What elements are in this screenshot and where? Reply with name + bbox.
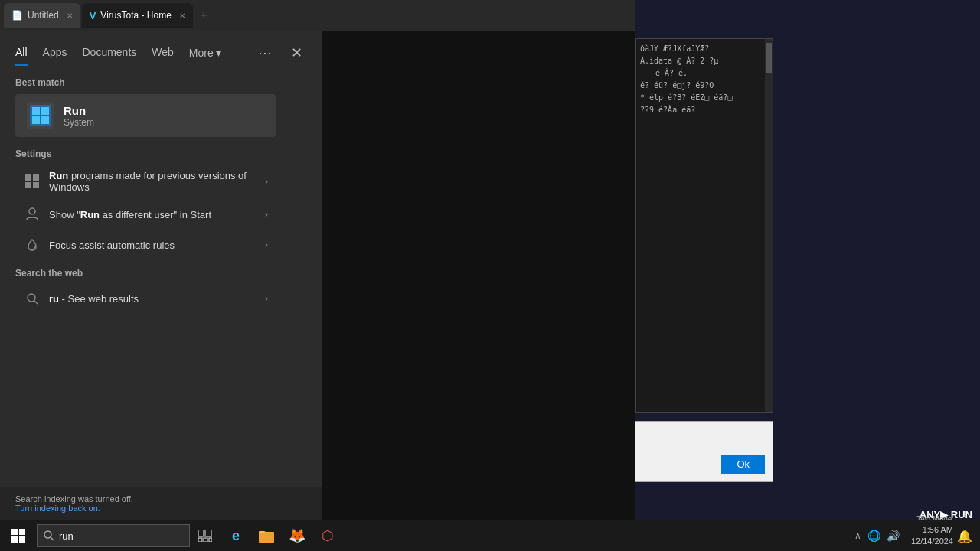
volume-icon: 🔊 — [887, 530, 900, 542]
file-explorer-button[interactable] — [251, 520, 282, 551]
svg-rect-16 — [198, 538, 202, 542]
text-line-5: é À? é. — [640, 67, 769, 80]
file-explorer-icon — [259, 529, 274, 543]
taskbar-clock[interactable]: 1:56 AM 12/14/2024 — [911, 524, 953, 548]
other-app-button[interactable]: ⬡ — [312, 520, 343, 551]
settings-item-3[interactable]: Focus assist automatic rules › — [15, 230, 276, 260]
search-popup: All Apps Documents Web More ▾ — [0, 31, 635, 520]
notification-icon[interactable]: 🔔 — [957, 529, 972, 543]
turn-indexing-link[interactable]: Turn indexing back on. — [15, 504, 306, 513]
firefox-icon: 🦊 — [289, 527, 305, 544]
search-tabs-row: All Apps Documents Web More ▾ — [0, 31, 322, 66]
run-icon-svg — [30, 105, 51, 126]
svg-rect-5 — [25, 174, 31, 181]
edge-icon-button[interactable]: e — [220, 520, 251, 551]
svg-line-11 — [34, 301, 38, 304]
svg-rect-17 — [204, 538, 207, 542]
settings-item-2[interactable]: Show "Run as different user" in Start › — [15, 199, 276, 230]
tab-apps[interactable]: Apps — [43, 40, 67, 66]
taskbar: e 🦊 ⬡ ∧ 🌐 🔊 1:56 AM — [0, 520, 980, 551]
taskbar-search-container — [37, 524, 190, 547]
best-match-subtitle: System — [64, 117, 94, 128]
text-editor-window: ðàJY Æ?JXfaJYÆ? À.idata @ À? 2 ?µ é À? é… — [635, 38, 773, 413]
tab-web[interactable]: Web — [152, 40, 174, 66]
network-icon: 🌐 — [867, 530, 880, 542]
text-line-8: * élp é?B? éEZ□ éã?□ — [640, 92, 769, 104]
web-search-item[interactable]: ru - See web results › — [15, 283, 276, 314]
svg-rect-14 — [198, 530, 204, 536]
browser-tab-bar: 📄 Untitled ✕ V VirusTota - Home ✕ + — [0, 0, 635, 31]
settings-item-2-arrow-icon: › — [265, 209, 268, 220]
tab1-icon: 📄 — [11, 10, 23, 21]
svg-rect-7 — [25, 182, 31, 188]
taskbar-right-area: ∧ 🌐 🔊 1:56 AM 12/14/2024 🔔 — [847, 524, 980, 548]
tab2-icon: V — [90, 10, 96, 21]
tab-documents[interactable]: Documents — [82, 40, 136, 66]
svg-rect-19 — [259, 532, 274, 543]
svg-line-13 — [51, 537, 54, 540]
tab1-close-icon[interactable]: ✕ — [67, 11, 73, 20]
web-search-icon — [23, 289, 41, 308]
best-match-title: Run — [64, 104, 94, 117]
svg-rect-15 — [205, 530, 212, 536]
search-popup-inner: All Apps Documents Web More ▾ — [0, 31, 635, 520]
taskbar-date-text: 12/14/2024 — [911, 536, 953, 547]
text-editor-scrollbar[interactable] — [765, 39, 773, 412]
text-line-7: é? éü? é□j? é9?O — [640, 80, 769, 92]
edge-browser-icon: e — [232, 528, 240, 544]
browser-tab-2[interactable]: V VirusTota - Home ✕ — [82, 3, 193, 28]
taskbar-time-text: 1:56 AM — [911, 524, 953, 536]
tab-more[interactable]: More ▾ — [189, 47, 221, 59]
svg-rect-6 — [33, 174, 39, 181]
chevron-down-icon: ▾ — [216, 47, 221, 59]
search-options-icon[interactable]: ⋯ — [258, 44, 272, 61]
svg-rect-4 — [41, 116, 49, 124]
search-results-panel: All Apps Documents Web More ▾ — [0, 31, 322, 520]
svg-rect-1 — [32, 107, 40, 115]
svg-rect-8 — [33, 182, 39, 188]
desktop: 📄 Untitled ✕ V VirusTota - Home ✕ + ðàJY… — [0, 0, 980, 551]
search-results-content: Best match Run — [0, 66, 322, 487]
svg-rect-3 — [32, 116, 40, 124]
svg-rect-2 — [41, 107, 49, 115]
search-right-dark-panel — [322, 31, 635, 520]
best-match-label: Best match — [15, 77, 306, 88]
run-app-icon — [27, 102, 54, 129]
best-match-info: Run System — [64, 104, 94, 128]
settings-item-3-arrow-icon: › — [265, 240, 268, 250]
settings-item-1-arrow-icon: › — [265, 176, 268, 187]
settings-section-label: Settings — [15, 148, 306, 159]
task-view-icon — [198, 530, 212, 542]
tab2-close-icon[interactable]: ✕ — [179, 11, 185, 20]
task-view-button[interactable] — [190, 520, 220, 551]
tab1-label: Untitled — [28, 10, 59, 21]
settings-item-1-icon — [23, 172, 41, 191]
settings-item-1-text: Run programs made for previous versions … — [49, 170, 265, 193]
add-tab-button[interactable]: + — [194, 8, 214, 22]
search-status-bar: Search indexing was turned off. Turn ind… — [0, 487, 322, 520]
settings-item-2-icon — [23, 205, 41, 223]
tab-all[interactable]: All — [15, 40, 28, 66]
firefox-button[interactable]: 🦊 — [282, 520, 312, 551]
settings-item-1[interactable]: Run programs made for previous versions … — [15, 164, 276, 199]
text-line-9: ??9 é?Àa éã? — [640, 104, 769, 116]
svg-point-9 — [29, 208, 35, 214]
settings-item-3-text: Focus assist automatic rules — [49, 240, 265, 251]
svg-rect-18 — [209, 538, 212, 542]
taskbar-search-input[interactable] — [37, 524, 190, 547]
tab2-label: VirusTota - Home — [100, 10, 171, 21]
svg-point-10 — [28, 294, 35, 302]
start-button[interactable] — [0, 520, 37, 551]
browser-tab-1[interactable]: 📄 Untitled ✕ — [4, 3, 80, 28]
other-app-icon: ⬡ — [322, 527, 334, 544]
tray-up-arrow-icon[interactable]: ∧ — [854, 530, 861, 541]
best-match-run-item[interactable]: Run System — [15, 94, 276, 137]
svg-point-12 — [44, 531, 51, 538]
web-section-label: Search the web — [15, 268, 306, 279]
web-item-arrow-icon: › — [265, 293, 268, 304]
status-text: Search indexing was turned off. — [15, 494, 306, 504]
text-editor-content: ðàJY Æ?JXfaJYÆ? À.idata @ À? 2 ?µ é À? é… — [636, 39, 773, 120]
windows-logo-icon — [11, 529, 25, 543]
dialog-ok-button[interactable]: Ok — [721, 455, 765, 474]
search-close-button[interactable]: ✕ — [287, 41, 306, 65]
